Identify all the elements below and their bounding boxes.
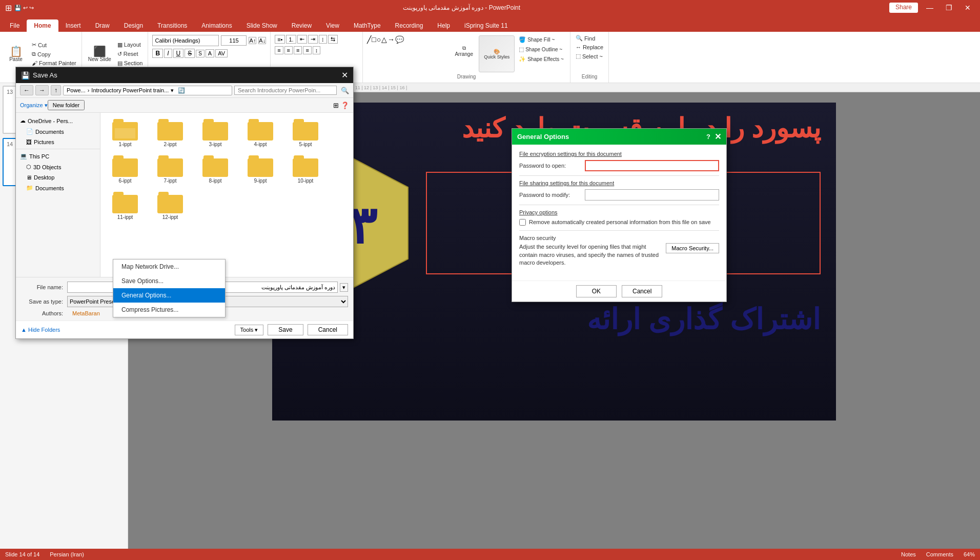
tools-button[interactable]: Tools ▾ (235, 325, 264, 335)
increase-indent-button[interactable]: ⇥ (308, 35, 318, 44)
search-button[interactable]: 🔍 (341, 87, 349, 94)
arrow-shape-button[interactable]: → (387, 35, 395, 72)
shape-outline-button[interactable]: ⬚ Shape Outline ~ (517, 45, 566, 54)
arrange-button[interactable]: ⧉ Arrange (451, 35, 477, 66)
tab-slideshow[interactable]: Slide Show (239, 19, 284, 32)
folder-8-ippt[interactable]: 8-ippt (195, 153, 236, 186)
help-icon[interactable]: ❓ (341, 102, 349, 109)
cut-button[interactable]: ✂ Cut (30, 41, 78, 49)
decrease-indent-button[interactable]: ⇤ (297, 35, 307, 44)
tab-file[interactable]: File (3, 19, 27, 32)
macro-security-button[interactable]: Macro Security... (666, 243, 719, 253)
align-right-button[interactable]: ≡ (294, 46, 302, 54)
tab-insert[interactable]: Insert (58, 19, 88, 32)
tab-ispring[interactable]: iSpring Suite 11 (457, 19, 515, 32)
folder-12-ippt[interactable]: 12-ippt (150, 190, 191, 222)
decrease-font-button[interactable]: A↓ (258, 37, 266, 44)
tab-help[interactable]: Help (430, 19, 457, 32)
restore-button[interactable]: ❐ (942, 3, 956, 13)
tab-view[interactable]: View (319, 19, 346, 32)
rect-shape-button[interactable]: □ (372, 35, 376, 72)
go-cancel-button[interactable]: Cancel (622, 285, 662, 297)
save-button[interactable]: Save (268, 324, 303, 335)
tree-documents[interactable]: 📄 Documents (16, 126, 100, 137)
privacy-checkbox[interactable] (519, 219, 526, 226)
minimize-button[interactable]: — (922, 3, 937, 13)
folder-3-ippt[interactable]: 3-ippt (195, 117, 236, 149)
refresh-icon[interactable]: 🔄 (178, 87, 185, 94)
tab-transitions[interactable]: Transitions (150, 19, 194, 32)
notes-button[interactable]: Notes (901, 551, 916, 557)
section-button[interactable]: ▤ Section (115, 59, 145, 68)
organize-button[interactable]: Organize ▾ (20, 102, 48, 109)
font-name-input[interactable] (152, 35, 219, 46)
folder-7-ippt[interactable]: 7-ippt (150, 153, 191, 186)
line-shape-button[interactable]: ╱ (367, 35, 371, 72)
text-direction-button[interactable]: ⇆ (328, 35, 338, 44)
nav-up-button[interactable]: ↑ (51, 85, 61, 95)
columns-button[interactable]: ⫶ (319, 35, 327, 44)
nav-back-button[interactable]: ← (20, 85, 33, 95)
tree-thispc[interactable]: 💻 This PC (16, 151, 100, 162)
format-painter-button[interactable]: 🖌 Format Painter (30, 59, 78, 67)
oval-shape-button[interactable]: ○ (377, 35, 381, 72)
tab-mathtype[interactable]: MathType (346, 19, 388, 32)
menu-general-options[interactable]: General Options... (113, 288, 225, 303)
italic-button[interactable]: I (164, 49, 172, 58)
tab-animations[interactable]: Animations (194, 19, 239, 32)
close-window-button[interactable]: ✕ (961, 3, 975, 13)
password-modify-input[interactable] (585, 189, 719, 201)
increase-font-button[interactable]: A↑ (249, 37, 256, 44)
go-help-button[interactable]: ? (706, 133, 710, 141)
folder-2-ippt[interactable]: 2-ippt (150, 117, 191, 149)
menu-save-options[interactable]: Save Options... (113, 274, 225, 288)
reset-button[interactable]: ↺ Reset (115, 50, 145, 58)
new-slide-button[interactable]: ⬛ New Slide (85, 45, 114, 64)
menu-map-network-drive[interactable]: Map Network Drive... (113, 259, 225, 274)
cancel-button[interactable]: Cancel (308, 324, 348, 335)
go-close-button[interactable]: ✕ (714, 132, 721, 142)
nav-forward-button[interactable]: → (35, 85, 49, 95)
layout-button[interactable]: ▦ Layout (115, 41, 145, 49)
tab-review[interactable]: Review (284, 19, 319, 32)
text-shadow-button[interactable]: S (196, 50, 205, 57)
filename-dropdown-button[interactable]: ▾ (340, 283, 348, 292)
select-button[interactable]: ⬚ Select ~ (574, 52, 605, 61)
tab-recording[interactable]: Recording (388, 19, 431, 32)
align-center-button[interactable]: ≡ (284, 46, 293, 54)
callout-shape-button[interactable]: 💬 (395, 35, 404, 72)
folder-6-ippt[interactable]: 6-ippt (105, 153, 146, 186)
line-spacing-button[interactable]: ↕ (313, 46, 321, 54)
tab-draw[interactable]: Draw (88, 19, 117, 32)
menu-compress-pictures[interactable]: Compress Pictures... (113, 303, 225, 317)
align-left-button[interactable]: ≡ (275, 46, 283, 54)
triangle-shape-button[interactable]: △ (381, 35, 387, 72)
find-button[interactable]: 🔍 Find (574, 34, 605, 43)
strikethrough-button[interactable]: S (185, 49, 195, 58)
underline-button[interactable]: U (173, 49, 184, 58)
folder-4-ippt[interactable]: 4-ippt (240, 117, 281, 149)
share-button[interactable]: Share (889, 3, 918, 13)
new-folder-button[interactable]: New folder (48, 100, 85, 110)
folder-9-ippt[interactable]: 9-ippt (240, 153, 281, 186)
numbering-button[interactable]: 1. (286, 35, 296, 44)
shape-fill-button[interactable]: 🪣 Shape Fill ~ (517, 35, 566, 44)
quick-styles-button[interactable]: 🎨 Quick Styles (479, 35, 515, 72)
tree-onedrive[interactable]: ☁ OneDrive - Pers... (16, 115, 100, 126)
save-as-close-button[interactable]: ✕ (341, 70, 348, 80)
tree-3dobjects[interactable]: ⬡ 3D Objects (16, 162, 100, 172)
bold-button[interactable]: B (152, 49, 163, 58)
copy-button[interactable]: ⧉ Copy (30, 50, 78, 58)
tab-home[interactable]: Home (27, 19, 58, 32)
justify-button[interactable]: ≡ (303, 46, 311, 54)
comments-button[interactable]: Comments (926, 551, 953, 557)
tree-documents2[interactable]: 📁 Documents (16, 183, 100, 193)
font-size-input[interactable] (221, 35, 247, 46)
go-ok-button[interactable]: OK (576, 285, 617, 297)
search-input[interactable] (234, 86, 337, 95)
folder-10-ippt[interactable]: 10-ippt (285, 153, 326, 186)
tree-desktop[interactable]: 🖥 Desktop (16, 172, 100, 183)
shape-effects-button[interactable]: ✨ Shape Effects ~ (517, 55, 566, 64)
bullets-button[interactable]: ≡• (275, 35, 285, 44)
char-spacing-button[interactable]: AV (215, 49, 228, 57)
